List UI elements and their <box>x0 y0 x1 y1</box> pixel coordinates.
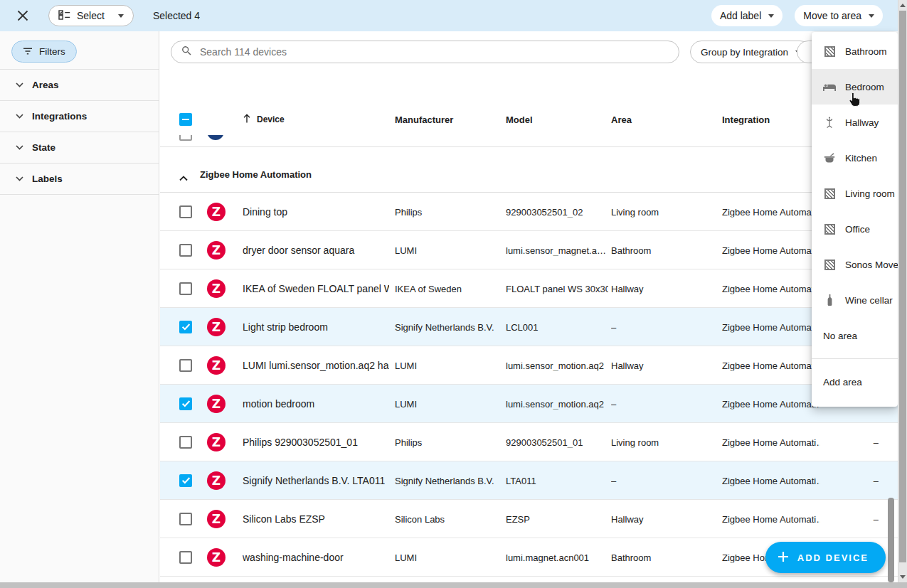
menu-item-label: Hallway <box>845 117 879 128</box>
battery-cell: – <box>815 437 879 447</box>
page-vertical-scrollbar[interactable] <box>898 0 907 582</box>
menu-item-hallway[interactable]: Hallway <box>812 105 898 140</box>
device-name: IKEA of Sweden FLOALT panel WS <box>243 283 389 294</box>
select-all-checkbox[interactable] <box>179 113 192 126</box>
add-device-button[interactable]: ADD DEVICE <box>765 542 886 573</box>
row-checkbox[interactable] <box>179 244 192 257</box>
menu-item-bedroom[interactable]: Bedroom <box>812 69 898 105</box>
page-scrollbar-thumb[interactable] <box>899 11 906 562</box>
menu-item-kitchen[interactable]: Kitchen <box>812 140 898 176</box>
integration-cell: Zigbee Home Automati… <box>722 245 820 255</box>
select-label: Select <box>77 10 105 21</box>
menu-item-label: Bedroom <box>845 82 884 92</box>
row-checkbox[interactable] <box>179 205 192 218</box>
table-scrollbar-thumb[interactable] <box>888 498 894 582</box>
select-mode-button[interactable]: Select <box>48 5 134 26</box>
area-cell: Living room <box>611 437 718 447</box>
column-header-model[interactable]: Model <box>506 114 608 125</box>
model-cell: lumi.sensor_magnet.a… <box>506 245 608 255</box>
device-name: Silicon Labs EZSP <box>243 513 389 525</box>
table-row[interactable]: ZSignify Netherlands B.V. LTA011Signify … <box>160 461 898 500</box>
row-checkbox[interactable] <box>179 282 192 295</box>
hatched-square-icon <box>823 260 836 270</box>
page-horizontal-scrollbar[interactable] <box>0 582 907 588</box>
battery-value: – <box>874 513 879 524</box>
menu-item-add-area[interactable]: Add area <box>812 359 898 405</box>
device-name: washing-machine-door <box>243 552 389 563</box>
coat-rack-icon <box>823 117 836 129</box>
integration-cell: Zigbee Home Automati… <box>722 513 820 524</box>
menu-item-sonos-move[interactable]: Sonos Move <box>812 247 898 282</box>
move-to-area-text: Move to area <box>803 10 861 21</box>
sidebar-section-state[interactable]: State <box>0 132 159 163</box>
area-cell: – <box>611 398 718 409</box>
chevron-down-icon <box>118 14 124 18</box>
row-checkbox[interactable] <box>179 135 192 141</box>
integration-group-header[interactable]: Zigbee Home Automation <box>160 147 898 193</box>
row-checkbox[interactable] <box>179 551 192 564</box>
row-checkbox[interactable] <box>179 474 192 487</box>
battery-cell: – <box>815 513 879 524</box>
table-row[interactable]: ZLUMI lumi.sensor_motion.aq2 hallwLUMIlu… <box>160 346 898 385</box>
manufacturer-cell: Philips <box>395 437 502 447</box>
sidebar-section-label: State <box>32 142 55 153</box>
scroll-down-arrow-icon[interactable] <box>900 575 906 579</box>
column-header-integration[interactable]: Integration <box>722 114 820 125</box>
add-label-button[interactable]: Add label <box>711 5 783 26</box>
row-checkbox[interactable] <box>179 359 192 372</box>
wine-bottle-icon <box>823 294 836 306</box>
checklist-icon <box>58 10 70 22</box>
model-cell: LCL001 <box>506 321 608 332</box>
device-search[interactable] <box>171 41 679 63</box>
row-checkbox[interactable] <box>179 397 192 410</box>
filters-label: Filters <box>39 46 65 57</box>
sidebar-section-labels[interactable]: Labels <box>0 163 159 194</box>
move-to-area-button[interactable]: Move to area <box>795 5 883 26</box>
menu-item-no-area[interactable]: No area <box>812 318 898 353</box>
manufacturer-cell: LUMI <box>395 360 502 370</box>
close-icon[interactable] <box>16 9 29 22</box>
table-row[interactable]: Zdryer door sensor aquaraLUMIlumi.sensor… <box>160 231 898 269</box>
column-header-manufacturer[interactable]: Manufacturer <box>395 114 502 125</box>
menu-item-label: Sonos Move <box>845 260 898 270</box>
manufacturer-cell: Signify Netherlands B.V. <box>395 321 502 332</box>
row-checkbox[interactable] <box>179 321 192 333</box>
table-row[interactable]: ZLight strip bedroomSignify Netherlands … <box>160 308 898 346</box>
search-input[interactable] <box>200 46 672 58</box>
manufacturer-cell: Silicon Labs <box>395 513 502 524</box>
table-row[interactable]: Zmotion bedroomLUMIlumi.sensor_motion.aq… <box>160 385 898 423</box>
model-cell: 929003052501_01 <box>506 437 608 447</box>
pot-icon <box>823 153 836 163</box>
manufacturer-cell: LUMI <box>395 552 502 562</box>
column-header-device[interactable]: Device <box>243 114 389 125</box>
integration-logo-icon <box>207 135 224 140</box>
column-header-area[interactable]: Area <box>611 114 718 125</box>
manufacturer-cell: LUMI <box>395 398 502 409</box>
table-row[interactable]: ZDining topPhilips929003052501_02Living … <box>160 193 898 231</box>
device-name: motion bedroom <box>243 398 389 410</box>
sidebar-section-integrations[interactable]: Integrations <box>0 100 159 132</box>
hatched-square-icon <box>823 46 836 57</box>
zigbee-logo-icon: Z <box>207 471 226 490</box>
collapse-chevron-up-icon[interactable] <box>179 171 188 184</box>
zigbee-logo-icon: Z <box>207 395 226 413</box>
filters-button[interactable]: Filters <box>11 41 77 63</box>
menu-item-living-room[interactable]: Living room <box>812 176 898 211</box>
scroll-up-arrow-icon[interactable] <box>900 4 906 7</box>
zigbee-logo-icon: Z <box>207 203 226 221</box>
devices-main: Group by Integration Device Manufacturer… <box>160 31 898 582</box>
integration-cell: Zigbee Home Automati… <box>722 283 820 294</box>
sidebar-section-areas[interactable]: Areas <box>0 69 159 100</box>
row-checkbox[interactable] <box>179 513 192 525</box>
table-row[interactable]: ZPhilips 929003052501_01Philips929003052… <box>160 423 898 461</box>
menu-item-bathroom[interactable]: Bathroom <box>812 33 898 69</box>
table-row[interactable]: ZIKEA of Sweden FLOALT panel WSIKEA of S… <box>160 269 898 308</box>
menu-item-office[interactable]: Office <box>812 211 898 247</box>
device-name: Philips 929003052501_01 <box>243 437 389 448</box>
model-cell: LTA011 <box>506 475 608 486</box>
row-checkbox[interactable] <box>179 436 192 449</box>
sidebar-section-label: Areas <box>32 80 59 90</box>
menu-item-wine-cellar[interactable]: Wine cellar <box>812 282 898 318</box>
group-by-button[interactable]: Group by Integration <box>690 41 812 63</box>
table-row[interactable]: ZSilicon Labs EZSPSilicon LabsEZSPHallwa… <box>160 500 898 538</box>
